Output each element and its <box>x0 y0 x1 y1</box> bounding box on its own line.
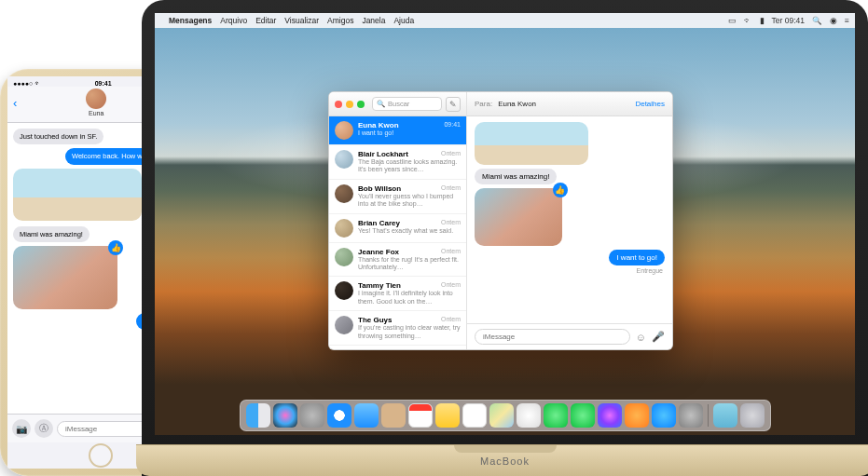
zoom-button[interactable] <box>357 101 365 108</box>
chat-thread[interactable]: Miami was amazing! 👍 I want to go! Entre… <box>467 116 672 323</box>
menu-editar[interactable]: Editar <box>255 16 276 25</box>
conversation-name: Tammy Tien <box>358 281 401 290</box>
dock-preferences-icon[interactable] <box>679 403 703 428</box>
dock-maps-icon[interactable] <box>489 403 514 428</box>
spotlight-icon[interactable]: 🔍 <box>812 16 822 25</box>
conversation-item[interactable]: Brian CareyOntemYes! That's exactly what… <box>329 214 466 243</box>
wifi-icon[interactable]: ᯤ <box>744 16 752 25</box>
conversation-item[interactable]: The GuysOntemIf you're casting into clea… <box>329 311 466 346</box>
details-link[interactable]: Detalhes <box>635 100 665 108</box>
battery-icon[interactable]: ▮ <box>760 16 765 25</box>
conversation-name: Brian Carey <box>358 219 400 227</box>
mic-button[interactable]: 🎤 <box>652 331 665 343</box>
macos-dock <box>240 400 771 431</box>
conversation-name: Jeanne Fox <box>358 248 399 256</box>
menu-ajuda[interactable]: Ajuda <box>393 16 414 25</box>
conversation-time: Ontem <box>441 248 461 256</box>
message-image[interactable] <box>13 169 142 221</box>
macbook-screen: Mensagens Arquivo Editar Visualizar Amig… <box>155 13 855 435</box>
tapback-thumbs-up-icon[interactable]: 👍 <box>553 183 568 197</box>
conversation-time: Ontem <box>441 219 461 227</box>
messages-window: 🔍 Buscar ✎ Euna Kwon09:41I want to go!Bl… <box>328 91 673 350</box>
conversation-item[interactable]: Bob WillsonOntemYou'll never guess who I… <box>329 180 466 214</box>
to-name[interactable]: Euna Kwon <box>498 100 629 108</box>
dock-ibooks-icon[interactable] <box>625 403 649 428</box>
dock-appstore-icon[interactable] <box>652 403 676 428</box>
conversation-item[interactable]: Jeanne FoxOntemThanks for the rug! It's … <box>329 243 466 278</box>
menu-visualizar[interactable]: Visualizar <box>284 16 319 25</box>
siri-icon[interactable]: ◉ <box>830 16 837 25</box>
conversation-item[interactable]: Blair LockhartOntemThe Baja coastline lo… <box>329 145 466 180</box>
message-incoming[interactable]: Miami was amazing! <box>13 226 90 242</box>
dock-trash-icon[interactable] <box>740 403 765 428</box>
dock-safari-icon[interactable] <box>327 403 351 428</box>
dock-messages-icon[interactable] <box>544 403 568 428</box>
close-button[interactable] <box>335 101 342 108</box>
message-image[interactable]: 👍 <box>13 246 117 309</box>
dock-launchpad-icon[interactable] <box>300 403 324 428</box>
conversation-preview: You'll never guess who I bumped into at … <box>358 193 461 209</box>
conversation-preview: I imagine it. I'll definitely look into … <box>358 290 461 306</box>
conversation-name: Blair Lockhart <box>358 150 408 158</box>
message-image[interactable]: 👍 <box>475 188 562 246</box>
minimize-button[interactable] <box>346 101 353 108</box>
compose-button[interactable]: ✎ <box>446 97 461 112</box>
home-button[interactable] <box>89 443 113 468</box>
airplay-icon[interactable]: ▭ <box>728 16 737 25</box>
macbook-label: MacBook <box>480 456 530 467</box>
menubar-clock[interactable]: Ter 09:41 <box>772 16 805 25</box>
conversation-preview: Yes! That's exactly what we said. <box>358 227 461 235</box>
dock-mail-icon[interactable] <box>354 403 379 428</box>
delivered-status: Entregue <box>637 267 665 274</box>
dock-itunes-icon[interactable] <box>598 403 622 428</box>
message-incoming[interactable]: Just touched down in SF. <box>13 129 103 144</box>
menu-amigos[interactable]: Amigos <box>327 16 353 25</box>
avatar <box>335 121 353 140</box>
contact-chip[interactable]: Euna <box>86 88 106 116</box>
conversation-item[interactable]: Euna Kwon09:41I want to go! <box>329 116 466 145</box>
dock-facetime-icon[interactable] <box>571 403 595 428</box>
message-outgoing[interactable]: I want to go! <box>609 250 665 265</box>
menu-arquivo[interactable]: Arquivo <box>220 16 247 25</box>
search-icon: 🔍 <box>377 100 385 108</box>
back-button[interactable]: ‹ <box>13 96 17 110</box>
emoji-button[interactable]: ☺ <box>636 332 646 343</box>
message-incoming[interactable]: Miami was amazing! <box>475 169 557 184</box>
macbook-base: MacBook <box>136 444 868 476</box>
conversation-preview: Thanks for the rug! It's a perfect fit. … <box>358 256 461 272</box>
window-titlebar: 🔍 Buscar ✎ <box>329 92 466 116</box>
message-image[interactable] <box>475 122 588 165</box>
dock-photos-icon[interactable] <box>517 403 541 428</box>
dock-reminders-icon[interactable] <box>462 403 487 428</box>
dock-calendar-icon[interactable] <box>408 403 433 428</box>
message-input[interactable] <box>475 329 630 345</box>
chat-header: Para: Euna Kwon Detalhes <box>467 92 672 116</box>
avatar <box>335 184 353 203</box>
apps-button[interactable]: Ⓐ <box>34 419 53 438</box>
menubar-app-name[interactable]: Mensagens <box>169 16 212 25</box>
macos-menubar: Mensagens Arquivo Editar Visualizar Amig… <box>155 13 855 28</box>
macbook-lid: Mensagens Arquivo Editar Visualizar Amig… <box>142 0 868 476</box>
messages-sidebar: 🔍 Buscar ✎ Euna Kwon09:41I want to go!Bl… <box>329 92 467 349</box>
dock-contacts-icon[interactable] <box>381 403 406 428</box>
conversation-preview: If you're casting into clear water, try … <box>358 324 461 340</box>
camera-button[interactable]: 📷 <box>12 419 31 438</box>
conversation-preview: The Baja coastline looks amazing. It's b… <box>358 158 461 174</box>
menu-janela[interactable]: Janela <box>362 16 385 25</box>
search-placeholder: Buscar <box>388 100 409 108</box>
dock-downloads-icon[interactable] <box>713 403 737 428</box>
contact-name: Euna <box>89 110 103 116</box>
chat-compose-bar: ☺ 🎤 <box>467 323 672 349</box>
avatar <box>335 281 353 300</box>
tapback-thumbs-up-icon[interactable]: 👍 <box>108 240 123 255</box>
conversation-time: Ontem <box>441 184 461 193</box>
dock-notes-icon[interactable] <box>435 403 460 428</box>
notification-center-icon[interactable]: ≡ <box>845 16 849 25</box>
dock-finder-icon[interactable] <box>246 403 270 428</box>
search-input[interactable]: 🔍 Buscar <box>372 97 442 111</box>
dock-siri-icon[interactable] <box>273 403 297 428</box>
conversation-item[interactable]: Tammy TienOntemI imagine it. I'll defini… <box>329 277 466 311</box>
status-time: 09:41 <box>95 80 112 87</box>
avatar <box>335 248 353 266</box>
conversation-list[interactable]: Euna Kwon09:41I want to go!Blair Lockhar… <box>329 116 466 349</box>
